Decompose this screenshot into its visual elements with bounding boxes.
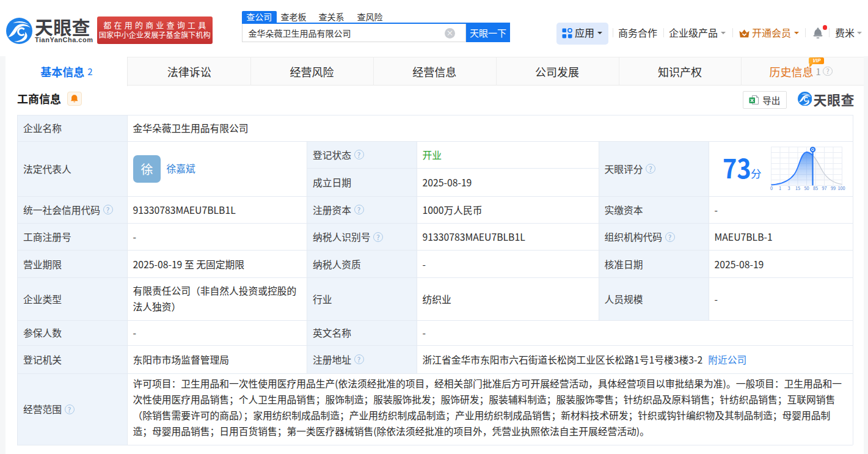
svg-text:97: 97 <box>822 185 826 191</box>
svg-text:3: 3 <box>787 185 790 191</box>
svg-text:50: 50 <box>804 185 809 191</box>
svg-text:1: 1 <box>779 185 781 191</box>
svg-text:99: 99 <box>831 185 836 191</box>
svg-text:0: 0 <box>770 185 773 191</box>
svg-text:15: 15 <box>795 185 800 191</box>
svg-text:100: 100 <box>837 185 845 191</box>
svg-text:85: 85 <box>813 185 818 191</box>
